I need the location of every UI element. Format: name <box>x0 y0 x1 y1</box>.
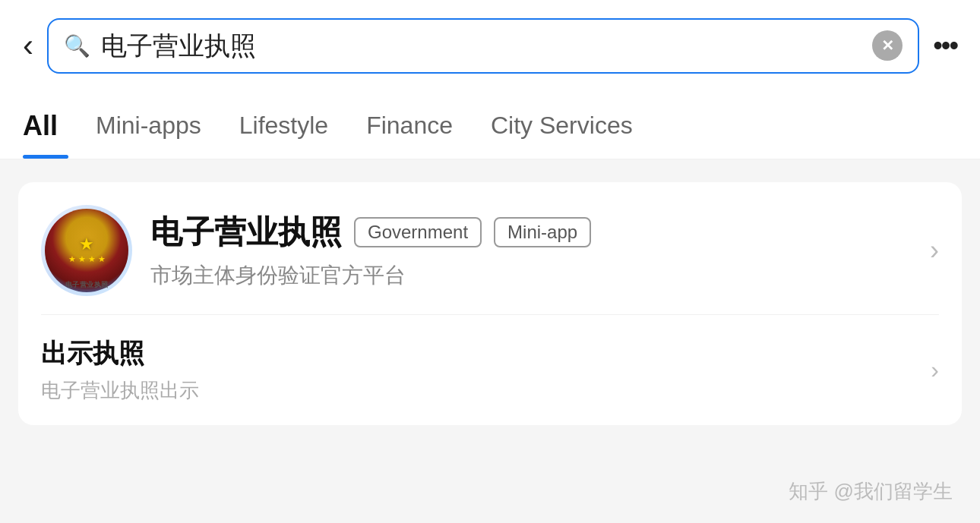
app-desc: 市场主体身份验证官方平台 <box>150 261 912 290</box>
sub-item-info: 出示执照 电子营业执照出示 <box>41 336 931 404</box>
emblem-small-star-3: ★ <box>88 254 96 264</box>
emblem-small-star-2: ★ <box>78 254 86 264</box>
app-logo-label: 电子营业执照 <box>41 280 132 290</box>
sub-item-show-license[interactable]: 出示执照 电子营业执照出示 › <box>41 314 939 425</box>
badge-miniapp: Mini-app <box>494 217 591 247</box>
back-button[interactable]: ‹ <box>23 30 33 61</box>
sub-item-desc: 电子营业执照出示 <box>41 377 931 404</box>
result-card: ★ ★ ★ ★ ★ 电子营业执照 电子营业执照 Government Mini-… <box>18 182 962 425</box>
search-input[interactable]: 电子营业执照 <box>101 30 861 61</box>
tab-city-services[interactable]: City Services <box>491 96 633 156</box>
watermark: 知乎 @我们留学生 <box>789 478 953 505</box>
emblem-small-star-4: ★ <box>98 254 106 264</box>
app-logo: ★ ★ ★ ★ ★ 电子营业执照 <box>41 205 132 296</box>
tab-lifestyle[interactable]: Lifestyle <box>239 96 328 156</box>
emblem-star: ★ <box>79 236 94 253</box>
more-button[interactable]: ••• <box>933 30 957 61</box>
app-details: 电子营业执照 Government Mini-app 市场主体身份验证官方平台 <box>150 211 912 290</box>
app-name: 电子营业执照 <box>150 211 342 254</box>
search-box[interactable]: 🔍 电子营业执照 <box>47 18 919 74</box>
search-icon: 🔍 <box>64 33 90 58</box>
header: ‹ 🔍 电子营业执照 ••• <box>0 0 980 89</box>
app-title-row: 电子营业执照 Government Mini-app <box>150 211 912 254</box>
tab-all[interactable]: All <box>23 95 58 159</box>
sub-item-title: 出示执照 <box>41 336 931 371</box>
badge-government: Government <box>354 217 482 247</box>
emblem-small-stars: ★ ★ ★ ★ <box>68 254 106 264</box>
tab-bar: All Mini-apps Lifestyle Finance City Ser… <box>0 95 980 159</box>
tab-finance[interactable]: Finance <box>366 96 453 156</box>
content-area: ★ ★ ★ ★ ★ 电子营业执照 电子营业执照 Government Mini-… <box>0 159 980 523</box>
sub-item-arrow-icon: › <box>931 356 939 384</box>
emblem-small-star-1: ★ <box>68 254 76 264</box>
app-arrow-icon: › <box>930 235 939 266</box>
app-info-row[interactable]: ★ ★ ★ ★ ★ 电子营业执照 电子营业执照 Government Mini-… <box>41 205 939 314</box>
tab-mini-apps[interactable]: Mini-apps <box>96 96 201 156</box>
clear-button[interactable] <box>872 30 903 61</box>
